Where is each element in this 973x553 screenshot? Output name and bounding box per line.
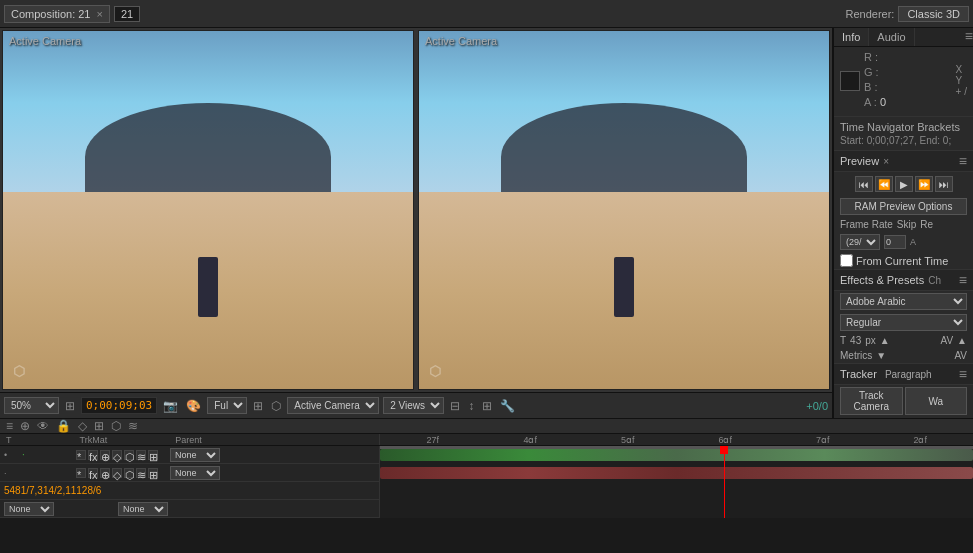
solo-icon[interactable]: ⊕: [18, 419, 32, 433]
layout-icon[interactable]: ⊟: [448, 399, 462, 413]
switch-1b[interactable]: fx: [88, 450, 98, 460]
switch-2c[interactable]: ⊕: [100, 468, 110, 478]
up-arrow2-icon[interactable]: ▲: [957, 335, 967, 346]
prev-frame-button[interactable]: ⏪: [875, 176, 893, 192]
up-arrow-icon[interactable]: ▲: [880, 335, 890, 346]
markers-icon[interactable]: ⬡: [109, 419, 123, 433]
font-style-select[interactable]: Regular: [840, 314, 967, 331]
effects-ch-tab[interactable]: Ch: [928, 275, 941, 286]
g-label: G :: [864, 66, 880, 78]
marker-4: 6ɑf: [677, 435, 775, 445]
comp-tab[interactable]: Composition: 21 ×: [4, 5, 110, 23]
parent-select-2[interactable]: None: [170, 466, 220, 480]
lock-icon[interactable]: 🔒: [54, 419, 73, 433]
first-frame-button[interactable]: ⏮: [855, 176, 873, 192]
color-swatch: [840, 71, 860, 91]
switch-1d[interactable]: ◇: [112, 450, 122, 460]
timeline-header-row: T TrkMat Parent 27f 4ɑf 5ɑf 6ɑf 7ɑf 2ɑf: [0, 434, 973, 446]
panel-menu-icon[interactable]: ≡: [965, 28, 973, 46]
layer-row-2: · * fx ⊕ ◇ ⬡ ≋ ⊞ None: [0, 464, 379, 482]
time-nav-value: Start: 0;00;07;27, End: 0;: [840, 135, 967, 146]
view-panel-right: Active Camera ⬡: [418, 30, 830, 390]
info-color-row: R : G : B : A : 0: [840, 51, 967, 110]
switch-2e[interactable]: ⬡: [124, 468, 134, 478]
switch-1g[interactable]: ⊞: [148, 450, 158, 460]
effects-menu-icon[interactable]: ≡: [959, 272, 967, 288]
mask-icon[interactable]: ⬡: [269, 399, 283, 413]
timeline-menu-icon[interactable]: ≡: [4, 419, 15, 433]
work-area-bar: [380, 446, 973, 449]
quality-select[interactable]: Full Half: [207, 397, 247, 414]
time-nav-title: Time Navigator Brackets: [840, 121, 967, 133]
snap-icon[interactable]: 🔧: [498, 399, 517, 413]
layer-2-visible[interactable]: ·: [4, 468, 18, 478]
tab-info[interactable]: Info: [834, 28, 869, 46]
timeline-top-bar: ≡ ⊕ 👁 🔒 ◇ ⊞ ⬡ ≋: [0, 419, 973, 434]
motion-blur-icon[interactable]: ≋: [126, 419, 140, 433]
skip-input[interactable]: [884, 235, 906, 249]
parent-select-1[interactable]: None: [170, 448, 220, 462]
timeline-body: • · * fx ⊕ ◇ ⬡ ≋ ⊞ None: [0, 446, 973, 518]
layer-1-visible[interactable]: •: [4, 450, 18, 460]
layer-2-switches: * fx ⊕ ◇ ⬡ ≋ ⊞: [76, 468, 158, 478]
none-select-2[interactable]: None: [118, 502, 168, 516]
timeline-track-area: [380, 446, 973, 518]
shy-icon[interactable]: ◇: [76, 419, 89, 433]
grid-icon[interactable]: ⊞: [251, 399, 265, 413]
camera-select[interactable]: Active Camera: [287, 397, 379, 414]
switch-2b[interactable]: fx: [88, 468, 98, 478]
none-select[interactable]: None: [4, 502, 54, 516]
comp-close-icon[interactable]: ×: [97, 8, 103, 20]
warp-button[interactable]: Wa: [905, 387, 968, 415]
views-select[interactable]: 2 Views 1 View 4 Views: [383, 397, 444, 414]
effects-title: Effects & Presets: [840, 274, 924, 286]
switch-1e[interactable]: ⬡: [124, 450, 134, 460]
preview-menu-icon[interactable]: ≡: [959, 153, 967, 169]
timecode-display[interactable]: 0;00;09;03: [81, 397, 157, 414]
pixel-icon[interactable]: ⊞: [480, 399, 494, 413]
switch-2g[interactable]: ⊞: [148, 468, 158, 478]
tab-audio[interactable]: Audio: [869, 28, 914, 46]
renderer-button[interactable]: Classic 3D: [898, 6, 969, 22]
main-area: Active Camera ⬡ Active Camera ⬡: [0, 28, 973, 418]
track-camera-button[interactable]: Track Camera: [840, 387, 903, 415]
play-button[interactable]: ▶: [895, 176, 913, 192]
info-g-row: G :: [864, 66, 886, 78]
layer-row-1: • · * fx ⊕ ◇ ⬡ ≋ ⊞ None: [0, 446, 379, 464]
a-label: A :: [864, 96, 880, 108]
from-current-checkbox[interactable]: [840, 254, 853, 267]
effects-header: Effects & Presets Ch ≡: [834, 270, 973, 291]
fit-icon[interactable]: ⊞: [63, 399, 77, 413]
switch-1a[interactable]: *: [76, 450, 86, 460]
size-icon: T: [840, 335, 846, 346]
watermark-left: ⬡: [13, 363, 25, 379]
tracker-menu-icon[interactable]: ≡: [959, 366, 967, 382]
tracker-title: Tracker: [840, 368, 877, 380]
track-bar-red: [380, 467, 973, 479]
last-frame-button[interactable]: ⏭: [935, 176, 953, 192]
switch-2f[interactable]: ≋: [136, 468, 146, 478]
preview-close-icon[interactable]: ×: [883, 156, 889, 167]
switch-2d[interactable]: ◇: [112, 468, 122, 478]
timeline-area: ≡ ⊕ 👁 🔒 ◇ ⊞ ⬡ ≋ T TrkMat Parent 27f 4ɑf …: [0, 418, 973, 518]
visibility-icon[interactable]: 👁: [35, 419, 51, 433]
fps-row: (29/97) A: [834, 232, 973, 252]
font-family-select[interactable]: Adobe Arabic: [840, 293, 967, 310]
layer-1-parent: None: [170, 448, 220, 462]
from-current-label: From Current Time: [856, 255, 948, 267]
metrics-select-icon[interactable]: ▼: [876, 350, 886, 361]
next-frame-button[interactable]: ⏩: [915, 176, 933, 192]
collapse-icon[interactable]: ⊞: [92, 419, 106, 433]
layer-1-switches: * fx ⊕ ◇ ⬡ ≋ ⊞: [76, 450, 158, 460]
layer-2-parent: None: [170, 466, 220, 480]
zoom-select[interactable]: 50% 100% 25%: [4, 397, 59, 414]
view-panel-left: Active Camera ⬡: [2, 30, 414, 390]
transform-icon[interactable]: ↕: [466, 399, 476, 413]
ram-preview-button[interactable]: RAM Preview Options: [840, 198, 967, 215]
switch-1c[interactable]: ⊕: [100, 450, 110, 460]
timeline-tools: ≡ ⊕ 👁 🔒 ◇ ⊞ ⬡ ≋: [4, 419, 140, 433]
paragraph-tab[interactable]: Paragraph: [885, 369, 932, 380]
switch-2a[interactable]: *: [76, 468, 86, 478]
fps-select[interactable]: (29/97): [840, 234, 880, 250]
switch-1f[interactable]: ≋: [136, 450, 146, 460]
